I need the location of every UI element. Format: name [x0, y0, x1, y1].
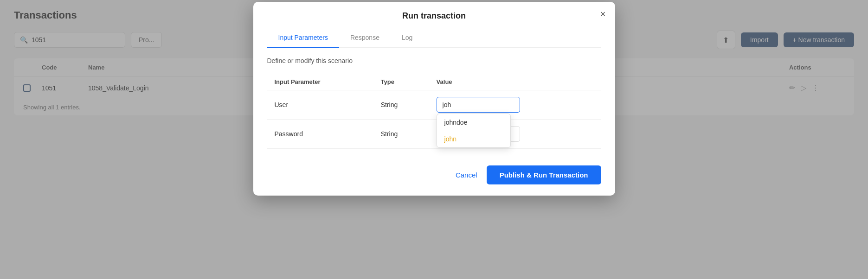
modal-close-button[interactable]: × — [600, 9, 606, 19]
param-value-user: johndoe john — [429, 90, 601, 120]
modal-header: Run transaction × — [253, 2, 615, 21]
param-type-user: String — [373, 90, 429, 120]
tab-input-parameters[interactable]: Input Parameters — [267, 28, 339, 48]
autocomplete-item-johndoe[interactable]: johndoe — [437, 114, 510, 131]
publish-run-button[interactable]: Publish & Run Transaction — [487, 165, 601, 184]
param-row-password: Password String — [267, 120, 601, 149]
user-value-input[interactable] — [437, 97, 520, 113]
modal-overlay: Run transaction × Input Parameters Respo… — [0, 0, 868, 279]
param-type-password: String — [373, 120, 429, 149]
autocomplete-wrapper: johndoe john — [437, 97, 520, 113]
modal-tabs: Input Parameters Response Log — [267, 28, 601, 48]
cancel-button[interactable]: Cancel — [456, 171, 477, 179]
params-table: Input Parameter Type Value User String — [267, 74, 601, 149]
param-name-password: Password — [267, 120, 373, 149]
param-name-user: User — [267, 90, 373, 120]
modal-footer: Cancel Publish & Run Transaction — [253, 158, 615, 196]
col-input-parameter: Input Parameter — [267, 74, 373, 90]
scenario-description: Define or modify this scenario — [267, 57, 601, 64]
modal-title: Run transaction — [402, 11, 466, 21]
col-type: Type — [373, 74, 429, 90]
tab-response[interactable]: Response — [339, 28, 391, 48]
autocomplete-item-john[interactable]: john — [437, 131, 510, 147]
param-row-user: User String johndoe john — [267, 90, 601, 120]
run-transaction-modal: Run transaction × Input Parameters Respo… — [253, 2, 615, 196]
tab-log[interactable]: Log — [391, 28, 424, 48]
col-value: Value — [429, 74, 601, 90]
modal-body: Define or modify this scenario Input Par… — [253, 48, 615, 158]
autocomplete-dropdown: johndoe john — [437, 114, 511, 148]
